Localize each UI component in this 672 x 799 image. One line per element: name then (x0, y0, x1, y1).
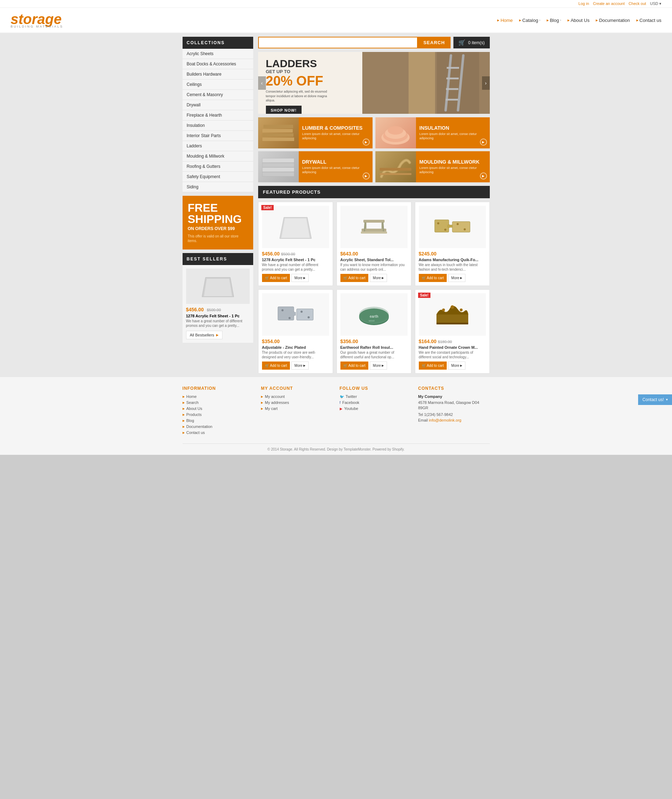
footer-link-documentation[interactable]: ▶Documentation (182, 424, 254, 428)
product-desc-6: We are the constant participants of diff… (419, 350, 486, 359)
nav-documentation[interactable]: ▶Documentation (596, 18, 630, 23)
footer-link-contact[interactable]: ▶Contact us (182, 430, 254, 435)
more-6[interactable]: More ▶ (448, 361, 466, 370)
more-1[interactable]: More ▶ (291, 274, 309, 282)
create-account-link[interactable]: Create an account (593, 2, 625, 6)
more-5[interactable]: More ▶ (370, 361, 387, 370)
svg-rect-56 (437, 314, 468, 323)
product-price-old-1: $500.00 (281, 252, 295, 256)
cart-widget[interactable]: 🛒 0 item(s) (453, 37, 490, 48)
svg-line-31 (383, 223, 384, 231)
nav-blog[interactable]: ▶Blog › (547, 18, 561, 23)
product-price-6: $164.00 (419, 339, 437, 344)
product-image-3 (419, 206, 486, 248)
logo-text: storage (11, 12, 63, 26)
hero-arrow-right[interactable]: › (482, 76, 490, 90)
all-bestsellers-button[interactable]: All Bestsellers ▶ (186, 331, 222, 339)
more-3[interactable]: More ▶ (448, 274, 466, 282)
svg-rect-13 (262, 133, 293, 137)
shop-now-button[interactable]: SHOP NOW! (266, 106, 302, 114)
checkout-link[interactable]: Check out (629, 2, 646, 6)
add-to-cart-5[interactable]: 🛒Add to cart (341, 361, 368, 370)
svg-rect-60 (437, 322, 468, 324)
svg-rect-35 (435, 220, 449, 232)
category-drywall[interactable]: DRYWALL Lorem ipsum dolor sit amet, cons… (258, 151, 373, 182)
svg-rect-36 (452, 221, 470, 232)
sidebar-item-siding[interactable]: Siding (182, 182, 253, 192)
product-card-1: Sale! $456.00 $500.00 1278 Acrylic Felt … (258, 202, 333, 286)
best-seller-price-old: $500.00 (207, 308, 221, 312)
svg-point-42 (464, 228, 466, 230)
sidebar-item-drywall[interactable]: Drywall (182, 100, 253, 110)
sidebar-item-ladders[interactable]: Ladders (182, 141, 253, 151)
svg-point-55 (359, 307, 389, 322)
footer-link-my-cart[interactable]: ▶My cart (261, 406, 333, 411)
nav-contact[interactable]: ▶Contact us (636, 18, 661, 23)
footer-link-youtube[interactable]: ▶Youtube (340, 406, 411, 411)
hero-discount: 20% OFF (266, 74, 349, 88)
category-moulding[interactable]: MOULDING & MILLWORK Lorem ipsum dolor si… (375, 151, 490, 182)
footer-link-home[interactable]: ▶Home (182, 395, 254, 399)
footer-company-name: My Company (418, 395, 490, 399)
footer-link-my-addresses[interactable]: ▶My addresses (261, 400, 333, 404)
add-to-cart-2[interactable]: 🛒Add to cart (341, 274, 368, 282)
sidebar-item-fireplace-hearth[interactable]: Fireplace & Hearth (182, 110, 253, 120)
footer-link-search[interactable]: ▶Search (182, 400, 254, 404)
sidebar: COLLECTIONS Acrylic Sheets Boat Docks & … (182, 37, 253, 374)
svg-point-57 (442, 308, 445, 311)
svg-rect-24 (379, 168, 411, 171)
footer-link-facebook[interactable]: fFacebook (340, 400, 411, 404)
category-insulation[interactable]: INSULATION Lorem ipsum dolor sit amet, c… (375, 117, 490, 148)
sidebar-item-insulation[interactable]: Insulation (182, 120, 253, 131)
sidebar-item-interior-stair[interactable]: Interior Stair Parts (182, 131, 253, 141)
free-shipping-shipping: SHIPPING (188, 213, 248, 225)
category-insulation-desc: Lorem ipsum dolor sit amet, conse ctetur… (419, 132, 486, 140)
more-2[interactable]: More ▶ (370, 274, 387, 282)
logo[interactable]: storage BUILDING MATERIALS (11, 12, 63, 28)
product-image-6 (419, 293, 486, 336)
add-to-cart-1[interactable]: 🛒Add to cart (262, 274, 290, 282)
login-link[interactable]: Log in (578, 2, 589, 6)
sidebar-item-ceilings[interactable]: Ceilings (182, 80, 253, 90)
footer-link-my-account[interactable]: ▶My account (261, 395, 333, 399)
sidebar-item-cement-masonry[interactable]: Cement & Masonry (182, 90, 253, 100)
footer-email-link[interactable]: info@demolink.org (429, 418, 462, 422)
best-seller-image (186, 269, 250, 304)
search-button[interactable]: SEARCH (418, 37, 451, 48)
add-to-cart-3[interactable]: 🛒Add to cart (419, 274, 447, 282)
footer-link-products[interactable]: ▶Products (182, 412, 254, 417)
sidebar-item-moulding[interactable]: Moulding & Millwork (182, 151, 253, 162)
add-to-cart-6[interactable]: 🛒Add to cart (419, 361, 447, 370)
footer-contacts: CONTACTS My Company 4578 Marmora Road, G… (418, 386, 490, 436)
category-lumber[interactable]: LUMBER & COMPOSITES Lorem ipsum dolor si… (258, 117, 373, 148)
sidebar-item-builders-hardware[interactable]: Builders Hardware (182, 69, 253, 80)
footer-link-twitter[interactable]: 🐦Twitter (340, 395, 411, 399)
sidebar-item-boat-docks[interactable]: Boat Docks & Accessories (182, 59, 253, 69)
nav-about[interactable]: ▶About Us (568, 18, 589, 23)
nav-catalog[interactable]: ▶Catalog › (519, 18, 540, 23)
sidebar-item-roofing[interactable]: Roofing & Gutters (182, 162, 253, 172)
footer-link-about[interactable]: ▶About Us (182, 406, 254, 411)
category-lumber-title: LUMBER & COMPOSITES (302, 125, 369, 131)
svg-rect-25 (379, 173, 411, 175)
sidebar-item-acrylic-sheets[interactable]: Acrylic Sheets (182, 49, 253, 59)
footer-contacts-title: CONTACTS (418, 386, 490, 391)
search-input[interactable] (258, 37, 418, 48)
footer-email: Email info@demolink.org (418, 418, 490, 422)
product-desc-4: The products of our store are well-desig… (262, 350, 329, 359)
currency-selector[interactable]: USD ▾ (650, 2, 661, 6)
products-grid: Sale! $456.00 $500.00 1278 Acrylic Felt … (258, 202, 490, 374)
sidebar-item-safety[interactable]: Safety Equipment (182, 172, 253, 182)
product-desc-2: If you want to know more information you… (341, 263, 408, 272)
nav-home[interactable]: ▶Home (497, 18, 513, 23)
svg-point-50 (307, 316, 310, 318)
more-4[interactable]: More ▶ (291, 361, 309, 370)
svg-rect-21 (262, 167, 294, 172)
footer-link-blog[interactable]: ▶Blog (182, 419, 254, 423)
svg-rect-14 (262, 129, 293, 133)
product-card-6: Sale! (415, 289, 490, 374)
footer-information-title: INFORMATION (182, 386, 254, 391)
contact-us-tab[interactable]: Contact us! ▾ (638, 395, 672, 405)
add-to-cart-4[interactable]: 🛒Add to cart (262, 361, 290, 370)
product-card-2: $643.00 Acrylic Sheet, Standard Tol... I… (336, 202, 411, 286)
